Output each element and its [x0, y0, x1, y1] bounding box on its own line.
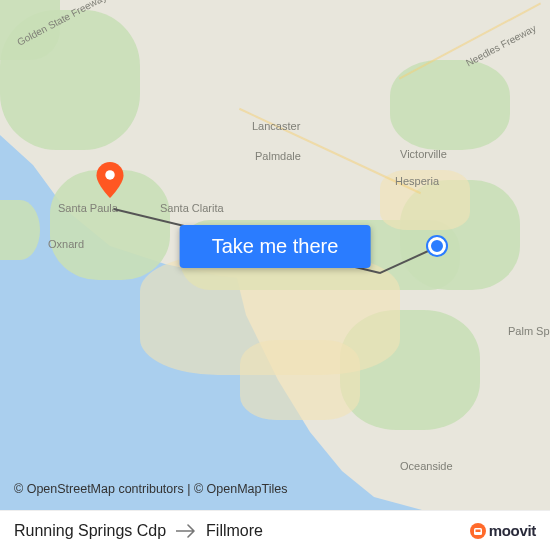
- svg-point-0: [105, 170, 114, 179]
- marker-destination[interactable]: [96, 162, 124, 190]
- route-from-label: Running Springs Cdp: [14, 522, 166, 540]
- moovit-logo-icon: [469, 522, 487, 540]
- marker-origin[interactable]: [428, 237, 446, 255]
- map-attribution: © OpenStreetMap contributors | © OpenMap…: [14, 482, 287, 496]
- urban-area: [240, 340, 360, 420]
- svg-rect-3: [475, 529, 480, 532]
- moovit-logo[interactable]: moovit: [469, 522, 536, 540]
- route-to-label: Fillmore: [206, 522, 263, 540]
- moovit-logo-text: moovit: [489, 522, 536, 539]
- take-me-there-button[interactable]: Take me there: [180, 225, 371, 268]
- terrain-green: [0, 200, 40, 260]
- map-area[interactable]: LancasterPalmdaleVictorvilleHesperiaSant…: [0, 0, 550, 510]
- arrow-right-icon: [176, 524, 196, 538]
- footer-bar: Running Springs Cdp Fillmore moovit: [0, 510, 550, 550]
- terrain-green: [0, 0, 60, 60]
